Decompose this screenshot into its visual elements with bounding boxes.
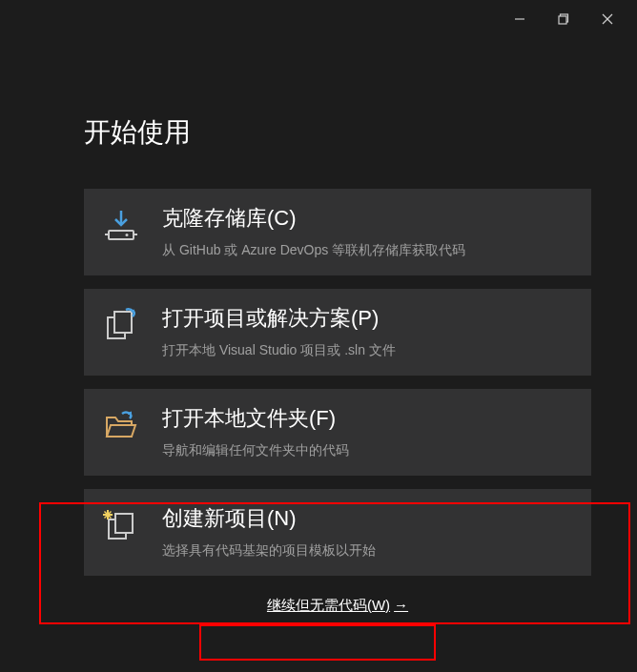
close-button[interactable] <box>586 4 629 34</box>
card-text: 克隆存储库(C) 从 GitHub 或 Azure DevOps 等联机存储库获… <box>162 204 572 260</box>
card-text: 创建新项目(N) 选择具有代码基架的项目模板以开始 <box>162 504 572 560</box>
main-content: 开始使用 克隆存储库(C) 从 GitHub 或 Azure DevOps 等联… <box>0 38 637 615</box>
continue-without-code-link[interactable]: 继续但无需代码(W)→ <box>84 597 591 615</box>
card-title: 打开本地文件夹(F) <box>162 404 572 433</box>
section-title: 开始使用 <box>84 114 591 151</box>
open-folder-card[interactable]: 打开本地文件夹(F) 导航和编辑任何文件夹中的代码 <box>84 389 591 476</box>
card-text: 打开本地文件夹(F) 导航和编辑任何文件夹中的代码 <box>162 404 572 460</box>
svg-rect-11 <box>114 312 132 333</box>
open-project-card[interactable]: 打开项目或解决方案(P) 打开本地 Visual Studio 项目或 .sln… <box>84 289 591 376</box>
maximize-button[interactable] <box>542 4 586 34</box>
highlight-annotation-inner <box>199 624 436 661</box>
card-title: 打开项目或解决方案(P) <box>162 304 572 333</box>
card-desc: 打开本地 Visual Studio 项目或 .sln 文件 <box>162 340 572 360</box>
card-desc: 从 GitHub 或 Azure DevOps 等联机存储库获取代码 <box>162 240 572 260</box>
card-title: 创建新项目(N) <box>162 504 572 533</box>
create-new-project-card[interactable]: 创建新项目(N) 选择具有代码基架的项目模板以开始 <box>84 489 591 576</box>
folder-icon <box>103 408 139 444</box>
card-desc: 导航和编辑任何文件夹中的代码 <box>162 440 572 460</box>
svg-rect-2 <box>559 16 566 24</box>
card-desc: 选择具有代码基架的项目模板以开始 <box>162 540 572 560</box>
arrow-right-icon: → <box>394 597 408 613</box>
create-new-icon <box>103 508 139 544</box>
minimize-button[interactable] <box>498 4 542 34</box>
window-titlebar <box>0 0 637 38</box>
continue-label: 继续但无需代码(W) <box>267 597 390 613</box>
svg-rect-13 <box>115 514 133 533</box>
card-title: 克隆存储库(C) <box>162 204 572 233</box>
svg-rect-6 <box>109 231 134 239</box>
clone-icon <box>103 208 139 244</box>
clone-repository-card[interactable]: 克隆存储库(C) 从 GitHub 或 Azure DevOps 等联机存储库获… <box>84 189 591 275</box>
open-project-icon <box>103 308 139 344</box>
card-text: 打开项目或解决方案(P) 打开本地 Visual Studio 项目或 .sln… <box>162 304 572 360</box>
svg-point-9 <box>126 234 129 236</box>
